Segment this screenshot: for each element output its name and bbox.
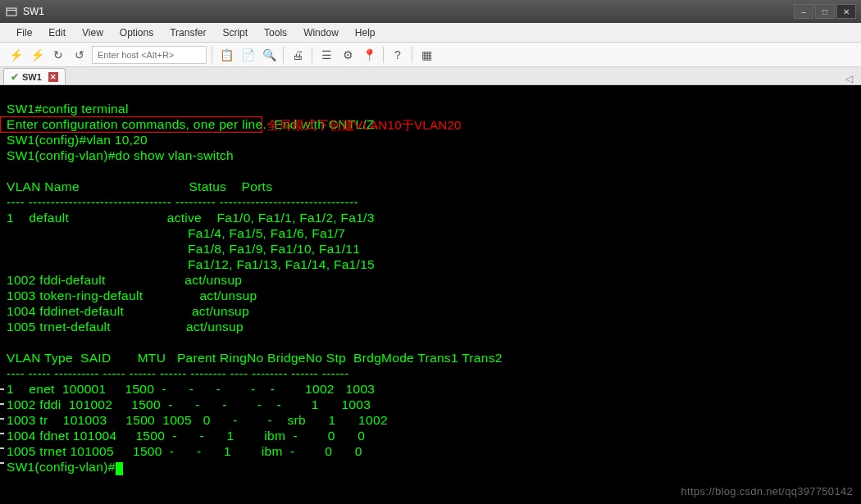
tab-close-button[interactable]: ✕ (48, 72, 58, 82)
close-button[interactable]: ✕ (836, 4, 856, 19)
window-title: SW1 (23, 6, 794, 17)
terminal-line: SW1#config terminal (7, 102, 129, 116)
terminal-prompt: SW1(config-vlan)# (7, 460, 116, 474)
terminal-line: ---- -------------------------------- --… (7, 195, 358, 209)
menu-window[interactable]: Window (295, 25, 347, 41)
reconnect-icon[interactable]: ↻ (49, 46, 67, 64)
disconnect-icon[interactable]: ↺ (71, 46, 89, 64)
toolbar: ⚡ ⚡ ↻ ↺ 📋 📄 🔍 🖨 ☰ ⚙ 📍 ? ▦ (0, 43, 861, 67)
tabbar: ✔ SW1 ✕ ◁ (0, 67, 861, 85)
separator (283, 47, 284, 63)
annotation-text: 全局模式下创建VLAN10于VLAN20 (266, 118, 462, 133)
connect-icon[interactable]: ⚡ (7, 46, 25, 64)
terminal-line: Fa1/8, Fa1/9, Fa1/10, Fa1/11 (7, 242, 360, 256)
menubar: File Edit View Options Transfer Script T… (0, 23, 861, 43)
terminal-line: SW1(config)#vlan 10,20 (7, 133, 148, 147)
separator (212, 47, 212, 63)
window-titlebar: SW1 – □ ✕ (0, 0, 861, 23)
separator (383, 47, 384, 63)
scroll-tick (0, 447, 4, 449)
window-controls: – □ ✕ (794, 4, 856, 19)
find-icon[interactable]: 🔍 (260, 46, 278, 64)
menu-options[interactable]: Options (112, 25, 162, 41)
host-input[interactable] (92, 46, 207, 64)
copy-icon[interactable]: 📋 (217, 46, 235, 64)
session-options-icon[interactable]: 📍 (360, 46, 378, 64)
scroll-tick (0, 418, 4, 420)
terminal-line: VLAN Type SAID MTU Parent RingNo BridgeN… (7, 351, 503, 365)
terminal-line: 1003 tr 101003 1500 1005 0 - - srb 1 100… (7, 413, 388, 427)
terminal-line: 1003 token-ring-default act/unsup (7, 288, 261, 302)
minimize-button[interactable]: – (794, 4, 813, 19)
menu-view[interactable]: View (74, 25, 112, 41)
print-icon[interactable]: 🖨 (289, 46, 307, 64)
tabbar-scroll-left-icon[interactable]: ◁ (845, 73, 858, 84)
separator (312, 47, 312, 63)
maximize-button[interactable]: □ (815, 4, 835, 19)
svg-rect-0 (7, 8, 16, 16)
terminal-line: 1005 trnet 101005 1500 - - 1 ibm - 0 0 (7, 444, 362, 458)
app-icon (5, 5, 18, 18)
help-icon[interactable]: ? (389, 46, 407, 64)
menu-script[interactable]: Script (214, 25, 256, 41)
terminal[interactable]: SW1#config terminal Enter configuration … (0, 85, 861, 504)
scroll-tick (0, 388, 4, 390)
paste-icon[interactable]: 📄 (239, 46, 257, 64)
options-icon[interactable]: ⚙ (339, 46, 357, 64)
tab-sw1[interactable]: ✔ SW1 ✕ (3, 68, 66, 84)
menu-edit[interactable]: Edit (40, 25, 74, 41)
view-icon[interactable]: ▦ (417, 46, 435, 64)
terminal-line: 1002 fddi-default act/unsup (7, 273, 246, 287)
scroll-tick (0, 403, 4, 405)
menu-transfer[interactable]: Transfer (162, 25, 214, 41)
cursor-block (116, 462, 123, 475)
terminal-line: 1004 fdnet 101004 1500 - - 1 ibm - 0 0 (7, 429, 365, 443)
terminal-line: Fa1/4, Fa1/5, Fa1/6, Fa1/7 (7, 226, 345, 240)
scroll-tick (0, 462, 4, 464)
properties-icon[interactable]: ☰ (317, 46, 335, 64)
terminal-line: Fa1/12, Fa1/13, Fa1/14, Fa1/15 (7, 257, 375, 271)
separator (412, 47, 412, 63)
menu-tools[interactable]: Tools (256, 25, 295, 41)
terminal-line: 1 default active Fa1/0, Fa1/1, Fa1/2, Fa… (7, 211, 375, 225)
terminal-line: SW1(config-vlan)#do show vlan-switch (7, 148, 234, 162)
scroll-tick (0, 433, 4, 434)
quick-connect-icon[interactable]: ⚡ (28, 46, 46, 64)
check-icon: ✔ (11, 71, 19, 83)
terminal-line: ---- ----- ---------- ----- ------ -----… (7, 366, 348, 380)
tab-label: SW1 (22, 72, 42, 82)
watermark: https://blog.csdn.net/qq397750142 (681, 484, 853, 499)
menu-file[interactable]: File (8, 25, 40, 41)
menu-help[interactable]: Help (347, 25, 384, 41)
terminal-line: 1004 fddinet-default act/unsup (7, 304, 253, 318)
terminal-line: 1 enet 100001 1500 - - - - - 1002 1003 (7, 382, 375, 396)
terminal-line: 1005 trnet-default act/unsup (7, 320, 248, 334)
terminal-line: 1002 fddi 101002 1500 - - - - - 1 1003 (7, 397, 371, 411)
terminal-line: VLAN Name Status Ports (7, 179, 272, 193)
